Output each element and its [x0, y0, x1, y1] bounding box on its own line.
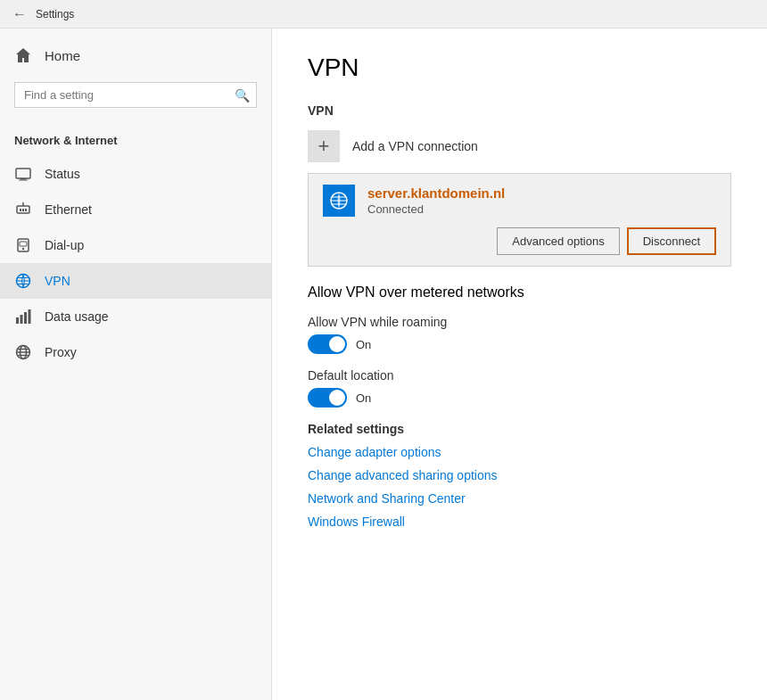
sidebar-item-home[interactable]: Home [0, 36, 271, 75]
svg-rect-0 [16, 169, 30, 178]
roaming-label: Allow VPN while roaming [308, 315, 731, 329]
status-icon [14, 165, 32, 183]
titlebar: ← Settings [0, 0, 767, 29]
dialup-icon [14, 236, 32, 254]
disconnect-button[interactable]: Disconnect [627, 227, 716, 255]
link-network-sharing-center[interactable]: Network and Sharing Center [308, 491, 731, 506]
vpn-card-actions: Advanced options Disconnect [323, 227, 716, 255]
sidebar-search-container: 🔍 [14, 82, 257, 108]
sidebar-item-status-label: Status [45, 167, 80, 181]
add-vpn-row[interactable]: + Add a VPN connection [308, 130, 731, 162]
metered-section-title: Allow VPN over metered networks [308, 284, 731, 301]
svg-rect-15 [16, 317, 19, 324]
sidebar-home-label: Home [45, 48, 80, 63]
main-content: VPN VPN + Add a VPN connection [272, 29, 767, 700]
roaming-toggle-inline: On [308, 334, 731, 354]
default-location-toggle-inline: On [308, 388, 731, 408]
sidebar-item-proxy[interactable]: Proxy [0, 334, 271, 370]
default-location-toggle[interactable] [308, 388, 347, 408]
sidebar-item-data-usage-label: Data usage [45, 309, 109, 324]
sidebar-item-ethernet[interactable]: Ethernet [0, 192, 271, 227]
proxy-icon [14, 343, 32, 361]
svg-point-9 [22, 248, 24, 250]
sidebar-item-vpn[interactable]: VPN [0, 263, 271, 299]
svg-rect-2 [19, 180, 28, 181]
link-windows-firewall[interactable]: Windows Firewall [308, 515, 731, 529]
data-usage-icon [14, 308, 32, 325]
sidebar-category-label: Network & Internet [0, 119, 271, 156]
advanced-options-button[interactable]: Advanced options [497, 227, 619, 255]
titlebar-title: Settings [36, 8, 74, 21]
roaming-toggle[interactable] [308, 334, 347, 354]
sidebar-item-status[interactable]: Status [0, 156, 271, 192]
sidebar-item-data-usage[interactable]: Data usage [0, 299, 271, 334]
svg-rect-1 [21, 178, 26, 180]
vpn-connection-name: server.klantdomein.nl [367, 185, 505, 201]
add-vpn-label: Add a VPN connection [352, 139, 478, 153]
default-location-toggle-row: Default location On [308, 368, 731, 408]
related-settings-section: Related settings Change adapter options … [308, 422, 731, 529]
roaming-state: On [356, 338, 371, 351]
search-icon: 🔍 [235, 88, 250, 103]
svg-rect-16 [21, 315, 23, 324]
app-container: Home 🔍 Network & Internet Status [0, 29, 767, 700]
vpn-section-title: VPN [308, 103, 731, 118]
svg-rect-17 [24, 312, 27, 324]
vpn-connection-status: Connected [367, 202, 505, 216]
vpn-connection-icon [323, 185, 355, 217]
link-change-sharing[interactable]: Change advanced sharing options [308, 468, 731, 482]
related-settings-title: Related settings [308, 422, 731, 436]
search-input[interactable] [14, 82, 257, 108]
sidebar-item-ethernet-label: Ethernet [45, 202, 92, 217]
vpn-icon [14, 272, 32, 290]
home-icon [14, 46, 32, 64]
sidebar-item-vpn-label: VPN [45, 274, 70, 288]
sidebar: Home 🔍 Network & Internet Status [0, 29, 272, 700]
vpn-card-header: server.klantdomein.nl Connected [323, 185, 716, 217]
vpn-info: server.klantdomein.nl Connected [367, 185, 505, 216]
roaming-toggle-row: Allow VPN while roaming On [308, 315, 731, 354]
svg-rect-18 [29, 309, 31, 324]
svg-rect-10 [20, 242, 27, 246]
vpn-connection-card: server.klantdomein.nl Connected Advanced… [308, 173, 731, 267]
svg-rect-4 [20, 209, 21, 211]
sidebar-item-proxy-label: Proxy [45, 345, 77, 359]
add-vpn-button[interactable]: + [308, 130, 340, 162]
ethernet-icon [14, 201, 32, 218]
link-change-adapter[interactable]: Change adapter options [308, 445, 731, 459]
page-title: VPN [308, 54, 731, 82]
sidebar-item-dialup-label: Dial-up [45, 238, 84, 252]
svg-rect-6 [25, 209, 27, 211]
svg-rect-5 [22, 209, 24, 211]
back-button[interactable]: ← [11, 5, 29, 23]
sidebar-item-dialup[interactable]: Dial-up [0, 227, 271, 263]
default-location-label: Default location [308, 368, 731, 383]
default-location-state: On [356, 391, 371, 405]
